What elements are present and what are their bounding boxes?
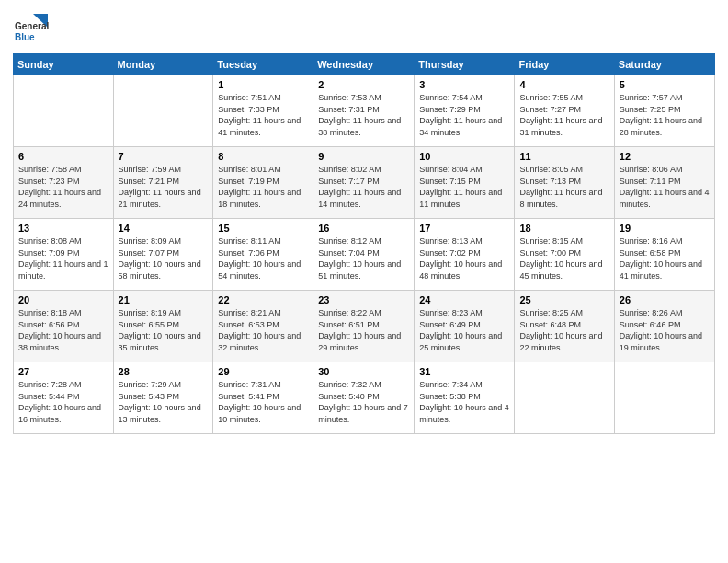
calendar-cell: 22Sunrise: 8:21 AM Sunset: 6:53 PM Dayli… <box>213 291 313 362</box>
day-number: 7 <box>119 151 209 162</box>
calendar-cell: 25Sunrise: 8:25 AM Sunset: 6:48 PM Dayli… <box>515 291 614 362</box>
day-info: Sunrise: 7:28 AM Sunset: 5:44 PM Dayligh… <box>18 379 108 425</box>
day-info: Sunrise: 8:15 AM Sunset: 7:00 PM Dayligh… <box>519 236 609 282</box>
day-info: Sunrise: 8:04 AM Sunset: 7:15 PM Dayligh… <box>419 164 509 210</box>
day-number: 31 <box>419 366 509 377</box>
day-info: Sunrise: 8:05 AM Sunset: 7:13 PM Dayligh… <box>519 164 609 210</box>
day-number: 3 <box>419 79 509 90</box>
day-info: Sunrise: 8:13 AM Sunset: 7:02 PM Dayligh… <box>419 236 509 282</box>
day-info: Sunrise: 8:08 AM Sunset: 7:09 PM Dayligh… <box>18 236 108 282</box>
header: GeneralBlue <box>13 9 715 46</box>
weekday-header: Saturday <box>614 54 714 75</box>
calendar-cell: 1Sunrise: 7:51 AM Sunset: 7:33 PM Daylig… <box>213 75 313 147</box>
day-info: Sunrise: 7:53 AM Sunset: 7:31 PM Dayligh… <box>318 92 409 138</box>
day-number: 24 <box>419 294 509 305</box>
calendar-cell: 6Sunrise: 7:58 AM Sunset: 7:23 PM Daylig… <box>14 147 114 219</box>
calendar-cell: 14Sunrise: 8:09 AM Sunset: 7:07 PM Dayli… <box>113 219 213 291</box>
day-info: Sunrise: 7:59 AM Sunset: 7:21 PM Dayligh… <box>119 164 209 210</box>
weekday-header: Sunday <box>14 54 114 75</box>
day-number: 2 <box>318 79 409 90</box>
calendar-cell <box>515 362 614 434</box>
day-number: 9 <box>318 151 409 162</box>
day-info: Sunrise: 8:02 AM Sunset: 7:17 PM Dayligh… <box>318 164 409 210</box>
day-number: 26 <box>620 294 710 305</box>
day-number: 30 <box>318 366 409 377</box>
day-info: Sunrise: 7:55 AM Sunset: 7:27 PM Dayligh… <box>519 92 609 138</box>
calendar-cell: 3Sunrise: 7:54 AM Sunset: 7:29 PM Daylig… <box>415 75 515 147</box>
day-info: Sunrise: 8:16 AM Sunset: 6:58 PM Dayligh… <box>620 236 710 282</box>
calendar-cell: 2Sunrise: 7:53 AM Sunset: 7:31 PM Daylig… <box>313 75 415 147</box>
day-number: 1 <box>218 79 308 90</box>
calendar-cell: 19Sunrise: 8:16 AM Sunset: 6:58 PM Dayli… <box>614 219 714 291</box>
weekday-header: Tuesday <box>213 54 313 75</box>
day-number: 8 <box>218 151 308 162</box>
calendar-cell: 24Sunrise: 8:23 AM Sunset: 6:49 PM Dayli… <box>415 291 515 362</box>
calendar-cell: 5Sunrise: 7:57 AM Sunset: 7:25 PM Daylig… <box>614 75 714 147</box>
day-info: Sunrise: 8:23 AM Sunset: 6:49 PM Dayligh… <box>419 307 509 353</box>
day-number: 19 <box>620 223 710 234</box>
calendar-cell: 8Sunrise: 8:01 AM Sunset: 7:19 PM Daylig… <box>213 147 313 219</box>
day-info: Sunrise: 8:26 AM Sunset: 6:46 PM Dayligh… <box>620 307 710 353</box>
calendar-cell: 10Sunrise: 8:04 AM Sunset: 7:15 PM Dayli… <box>415 147 515 219</box>
calendar-cell: 12Sunrise: 8:06 AM Sunset: 7:11 PM Dayli… <box>614 147 714 219</box>
page: GeneralBlue SundayMondayTuesdayWednesday… <box>0 0 728 563</box>
day-info: Sunrise: 8:09 AM Sunset: 7:07 PM Dayligh… <box>119 236 209 282</box>
day-info: Sunrise: 7:32 AM Sunset: 5:40 PM Dayligh… <box>318 379 409 425</box>
weekday-header: Thursday <box>415 54 515 75</box>
day-info: Sunrise: 8:06 AM Sunset: 7:11 PM Dayligh… <box>620 164 710 210</box>
day-info: Sunrise: 7:54 AM Sunset: 7:29 PM Dayligh… <box>419 92 509 138</box>
day-info: Sunrise: 8:22 AM Sunset: 6:51 PM Dayligh… <box>318 307 409 353</box>
calendar-cell <box>113 75 213 147</box>
day-info: Sunrise: 8:12 AM Sunset: 7:04 PM Dayligh… <box>318 236 409 282</box>
day-number: 16 <box>318 223 409 234</box>
calendar-cell: 16Sunrise: 8:12 AM Sunset: 7:04 PM Dayli… <box>313 219 415 291</box>
calendar-cell: 9Sunrise: 8:02 AM Sunset: 7:17 PM Daylig… <box>313 147 415 219</box>
day-info: Sunrise: 8:21 AM Sunset: 6:53 PM Dayligh… <box>218 307 308 353</box>
calendar-cell: 4Sunrise: 7:55 AM Sunset: 7:27 PM Daylig… <box>515 75 614 147</box>
day-number: 22 <box>218 294 308 305</box>
calendar-cell: 15Sunrise: 8:11 AM Sunset: 7:06 PM Dayli… <box>213 219 313 291</box>
calendar-cell: 23Sunrise: 8:22 AM Sunset: 6:51 PM Dayli… <box>313 291 415 362</box>
day-info: Sunrise: 7:29 AM Sunset: 5:43 PM Dayligh… <box>119 379 209 425</box>
calendar-cell: 29Sunrise: 7:31 AM Sunset: 5:41 PM Dayli… <box>213 362 313 434</box>
day-info: Sunrise: 8:25 AM Sunset: 6:48 PM Dayligh… <box>519 307 609 353</box>
logo: GeneralBlue <box>13 9 50 46</box>
weekday-header: Friday <box>515 54 614 75</box>
day-info: Sunrise: 7:57 AM Sunset: 7:25 PM Dayligh… <box>620 92 710 138</box>
day-number: 25 <box>519 294 609 305</box>
day-info: Sunrise: 8:01 AM Sunset: 7:19 PM Dayligh… <box>218 164 308 210</box>
day-number: 23 <box>318 294 409 305</box>
logo-icon: GeneralBlue <box>13 9 50 46</box>
calendar-cell: 31Sunrise: 7:34 AM Sunset: 5:38 PM Dayli… <box>415 362 515 434</box>
day-info: Sunrise: 7:51 AM Sunset: 7:33 PM Dayligh… <box>218 92 308 138</box>
calendar-cell: 26Sunrise: 8:26 AM Sunset: 6:46 PM Dayli… <box>614 291 714 362</box>
calendar-table: SundayMondayTuesdayWednesdayThursdayFrid… <box>13 53 715 434</box>
svg-text:Blue: Blue <box>15 32 35 42</box>
day-number: 27 <box>18 366 108 377</box>
day-number: 11 <box>519 151 609 162</box>
day-info: Sunrise: 7:31 AM Sunset: 5:41 PM Dayligh… <box>218 379 308 425</box>
day-info: Sunrise: 7:34 AM Sunset: 5:38 PM Dayligh… <box>419 379 509 425</box>
day-info: Sunrise: 7:58 AM Sunset: 7:23 PM Dayligh… <box>18 164 108 210</box>
calendar-cell <box>614 362 714 434</box>
calendar-cell: 18Sunrise: 8:15 AM Sunset: 7:00 PM Dayli… <box>515 219 614 291</box>
calendar-cell: 28Sunrise: 7:29 AM Sunset: 5:43 PM Dayli… <box>113 362 213 434</box>
day-number: 6 <box>18 151 108 162</box>
calendar-cell: 11Sunrise: 8:05 AM Sunset: 7:13 PM Dayli… <box>515 147 614 219</box>
day-number: 12 <box>620 151 710 162</box>
calendar-cell: 17Sunrise: 8:13 AM Sunset: 7:02 PM Dayli… <box>415 219 515 291</box>
day-number: 15 <box>218 223 308 234</box>
day-number: 20 <box>18 294 108 305</box>
day-info: Sunrise: 8:19 AM Sunset: 6:55 PM Dayligh… <box>119 307 209 353</box>
day-number: 5 <box>620 79 710 90</box>
day-number: 29 <box>218 366 308 377</box>
calendar-cell <box>14 75 114 147</box>
calendar-cell: 30Sunrise: 7:32 AM Sunset: 5:40 PM Dayli… <box>313 362 415 434</box>
calendar-cell: 20Sunrise: 8:18 AM Sunset: 6:56 PM Dayli… <box>14 291 114 362</box>
day-number: 14 <box>119 223 209 234</box>
calendar-cell: 21Sunrise: 8:19 AM Sunset: 6:55 PM Dayli… <box>113 291 213 362</box>
calendar-cell: 7Sunrise: 7:59 AM Sunset: 7:21 PM Daylig… <box>113 147 213 219</box>
day-number: 18 <box>519 223 609 234</box>
weekday-header: Monday <box>113 54 213 75</box>
day-number: 28 <box>119 366 209 377</box>
